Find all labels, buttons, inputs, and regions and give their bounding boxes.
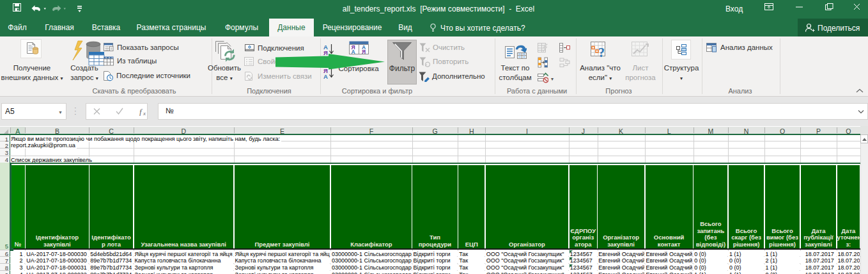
svg-text:x: x [143, 110, 146, 116]
svg-text:?: ? [598, 45, 605, 60]
